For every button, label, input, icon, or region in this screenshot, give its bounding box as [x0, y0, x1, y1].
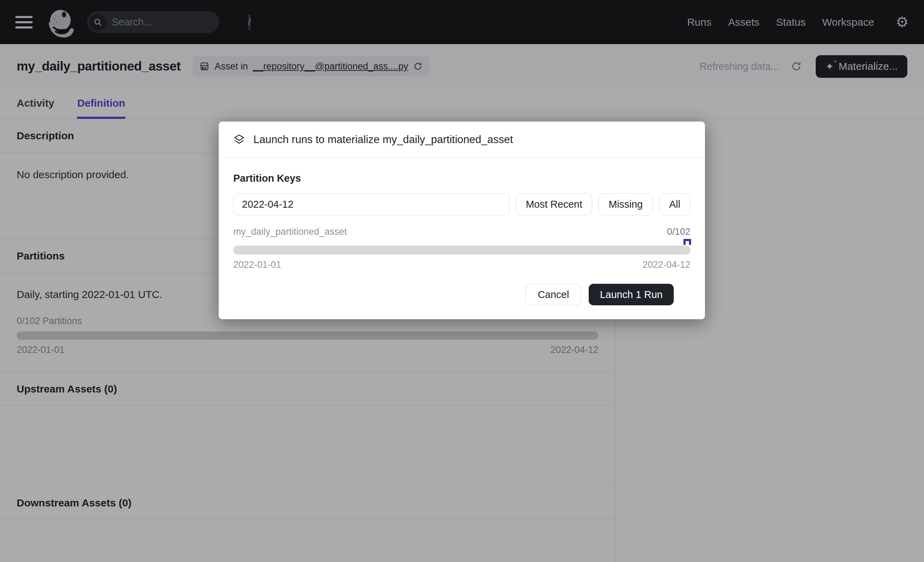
modal-progress-labels: my_daily_partitioned_asset 0/102	[233, 227, 690, 237]
modal-partition-count: 0/102	[667, 227, 690, 237]
modal-range-end: 2022-04-12	[642, 260, 690, 270]
cancel-button[interactable]: Cancel	[525, 284, 581, 305]
modal-header: Launch runs to materialize my_daily_part…	[219, 122, 705, 158]
all-button[interactable]: All	[659, 193, 690, 215]
partition-keys-label: Partition Keys	[233, 173, 690, 184]
modal-body: Partition Keys Most Recent Missing All m…	[219, 158, 705, 319]
modal-asset-name: my_daily_partitioned_asset	[233, 227, 347, 237]
selected-range-marker	[684, 239, 691, 245]
modal-range-start: 2022-01-01	[233, 260, 281, 270]
modal-range-dates: 2022-01-01 2022-04-12	[233, 260, 690, 270]
missing-button[interactable]: Missing	[598, 193, 652, 215]
app-screen: / Runs Assets Status Workspace ⚙ my_dail…	[0, 0, 924, 562]
partition-keys-row: Most Recent Missing All	[233, 193, 690, 215]
asset-layers-icon	[232, 133, 246, 146]
launch-run-button[interactable]: Launch 1 Run	[589, 284, 674, 305]
modal-partition-bar[interactable]	[233, 246, 690, 255]
partition-keys-input[interactable]	[233, 193, 510, 215]
most-recent-button[interactable]: Most Recent	[516, 193, 592, 215]
selection-marker-row	[233, 237, 690, 246]
modal-title: Launch runs to materialize my_daily_part…	[254, 134, 513, 146]
launch-runs-modal: Launch runs to materialize my_daily_part…	[219, 122, 705, 319]
modal-footer: Cancel Launch 1 Run	[233, 284, 690, 319]
